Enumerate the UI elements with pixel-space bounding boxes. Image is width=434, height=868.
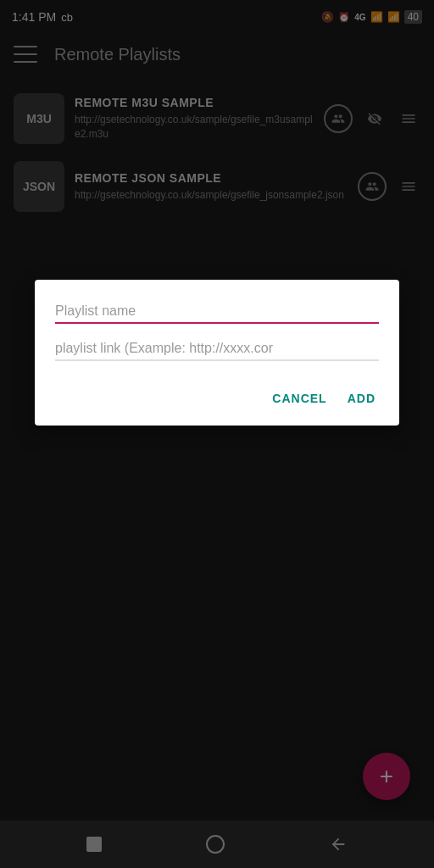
add-playlist-dialog: CANCEL ADD [35,280,399,426]
dialog-name-field [55,300,379,324]
dialog-url-field [55,337,379,361]
playlist-url-input[interactable] [55,337,379,361]
add-button[interactable]: ADD [344,385,379,412]
cancel-button[interactable]: CANCEL [269,385,330,412]
dialog-overlay: CANCEL ADD [0,0,434,868]
dialog-actions: CANCEL ADD [55,378,379,412]
playlist-name-input[interactable] [55,300,379,324]
